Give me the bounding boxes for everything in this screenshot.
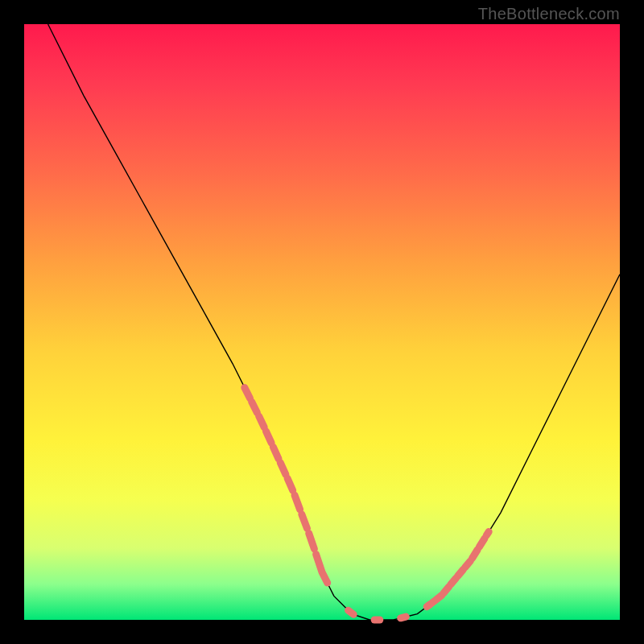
highlight-dash	[486, 532, 489, 536]
highlight-dash	[322, 572, 328, 583]
highlight-dash	[479, 539, 485, 547]
highlight-dash	[349, 610, 354, 614]
highlight-dash	[287, 478, 293, 490]
highlight-dash	[473, 550, 478, 559]
highlight-dash	[401, 617, 407, 618]
highlight-dash	[295, 495, 300, 510]
highlight-dash	[458, 570, 464, 576]
curve-line	[48, 24, 620, 620]
highlight-dash	[465, 561, 471, 568]
highlight-dash	[259, 416, 265, 427]
highlight-dash	[266, 431, 271, 444]
highlight-dash	[280, 463, 286, 475]
highlight-dash	[245, 387, 250, 398]
highlight-dash	[273, 447, 279, 459]
highlight-dash	[309, 534, 315, 549]
highlight-dash	[252, 402, 258, 412]
highlight-dash	[444, 587, 449, 593]
highlight-dash	[316, 555, 322, 571]
highlight-dash	[436, 596, 442, 600]
highlight-dash	[302, 514, 308, 529]
chart-svg	[0, 0, 644, 644]
highlight-dash	[451, 578, 456, 584]
